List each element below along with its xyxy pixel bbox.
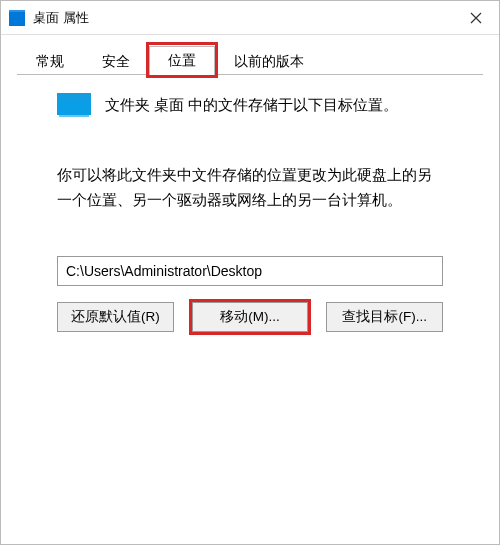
move-button[interactable]: 移动(M)...: [192, 302, 309, 332]
description-text: 你可以将此文件夹中文件存储的位置更改为此硬盘上的另一个位置、另一个驱动器或网络上…: [57, 163, 443, 212]
tab-row: 常规 安全 位置 以前的版本: [17, 45, 483, 75]
tab-content: 文件夹 桌面 中的文件存储于以下目标位置。 你可以将此文件夹中文件存储的位置更改…: [17, 75, 483, 332]
info-text: 文件夹 桌面 中的文件存储于以下目标位置。: [105, 95, 398, 117]
tab-security[interactable]: 安全: [83, 47, 149, 76]
window-title: 桌面 属性: [33, 9, 453, 27]
svg-rect-3: [57, 93, 91, 99]
button-row: 还原默认值(R) 移动(M)... 查找目标(F)...: [57, 302, 443, 332]
svg-rect-4: [59, 115, 89, 117]
tab-location[interactable]: 位置: [149, 46, 215, 76]
properties-window: 桌面 属性 常规 安全 位置 以前的版本 文件夹 桌面 中的文件存储于以下目标位…: [0, 0, 500, 545]
tab-area: 常规 安全 位置 以前的版本 文件夹 桌面 中的文件存储于以下目标位置。 你可以…: [1, 35, 499, 332]
desktop-icon: [9, 10, 25, 26]
tab-previous-versions[interactable]: 以前的版本: [215, 47, 323, 76]
close-button[interactable]: [453, 1, 499, 34]
svg-rect-0: [9, 10, 25, 26]
path-input[interactable]: [57, 256, 443, 286]
folder-screen-icon: [57, 93, 91, 119]
svg-rect-1: [9, 10, 25, 12]
info-row: 文件夹 桌面 中的文件存储于以下目标位置。: [57, 93, 443, 119]
restore-defaults-button[interactable]: 还原默认值(R): [57, 302, 174, 332]
find-target-button[interactable]: 查找目标(F)...: [326, 302, 443, 332]
titlebar: 桌面 属性: [1, 1, 499, 35]
tab-general[interactable]: 常规: [17, 47, 83, 76]
